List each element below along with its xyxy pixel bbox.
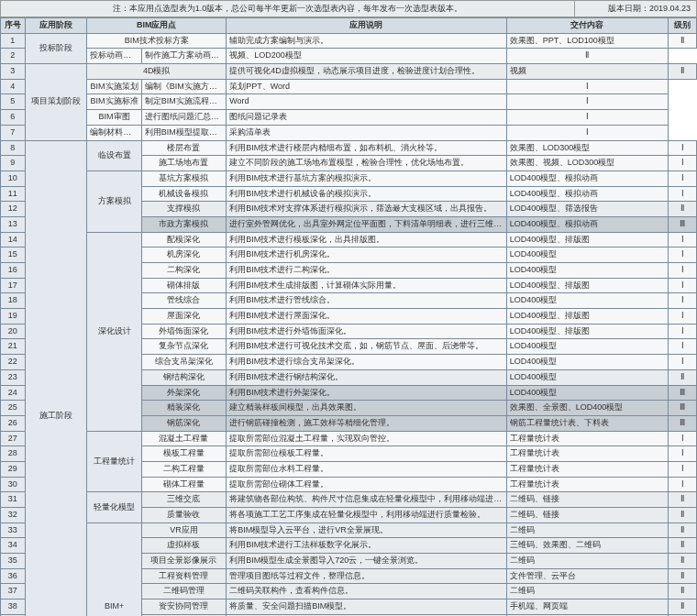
- cell-deliver: LOD400模型: [506, 385, 668, 401]
- cell-deliver: 效果图、LOD300模型: [506, 140, 668, 156]
- cell-desc: 编制《BIM实施方案》，有明确的组织机构与团队成员。: [141, 79, 226, 94]
- table-row: 7编制材料计划利用BIM模型提取材料用量，制定材料控制量与节点，编制材料采购计划…: [1, 125, 697, 140]
- cell-seq: 30: [1, 477, 26, 492]
- hdr-seq: 序号: [1, 18, 26, 34]
- table-row: 1投标阶段BIM技术投标方案辅助完成方案编制与演示。效果图、PPT、LOD100…: [1, 33, 697, 49]
- cell-seq: 32: [1, 508, 26, 523]
- cell-seq: 20: [1, 324, 26, 339]
- cell-level: Ⅰ: [669, 140, 697, 156]
- cell-desc: 利用BIM技术进行二构深化。: [227, 263, 507, 279]
- cell-point: BIM实施标准: [87, 94, 141, 110]
- cell-level: Ⅰ: [669, 248, 697, 263]
- cell-point: 外架深化: [141, 385, 226, 401]
- cell-deliver: 二维码: [506, 522, 668, 538]
- cell-level: Ⅱ: [669, 64, 697, 80]
- cell-desc: 利用BIM技术进行模板深化，出具排版图。: [227, 232, 507, 248]
- cell-point: 施工场地布置: [141, 156, 226, 171]
- cell-substage: BIM+: [87, 522, 141, 616]
- cell-level: Ⅰ: [669, 324, 697, 339]
- cell-seq: 23: [1, 369, 26, 385]
- cell-deliver: 图纸问题记录表: [227, 110, 507, 126]
- cell-desc: 将各项施工工艺工序集成在轻量化模型中，利用移动端进行质量检验。: [227, 508, 507, 523]
- cell-seq: 16: [1, 263, 26, 279]
- cell-point: 二构深化: [141, 263, 226, 279]
- cell-level: Ⅰ: [669, 293, 697, 309]
- cell-desc: 利用BIM技术进行外架深化。: [227, 385, 507, 401]
- cell-seq: 6: [1, 110, 26, 126]
- cell-point: 工程资料管理: [141, 568, 226, 584]
- cell-seq: 10: [1, 170, 26, 186]
- cell-deliver: LOD400模型、排版图: [506, 309, 668, 324]
- cell-desc: 提供可视化4D虚拟模型，动态展示项目进度，检验进度计划合理性。: [227, 64, 507, 80]
- cell-deliver: 工程量统计表: [506, 446, 668, 462]
- cell-deliver: 二维码: [506, 554, 668, 569]
- cell-seq: 15: [1, 248, 26, 263]
- cell-point: 配模深化: [141, 232, 226, 248]
- cell-desc: 利用BIM技术对支撑体系进行模拟演示，筛选最大支模区域，出具报告。: [227, 202, 507, 217]
- cell-seq: 21: [1, 339, 26, 355]
- table-row: 31轻量化模型三维交底将建筑物各部位构筑、构件尺寸信息集成在轻量化模型中，利用移…: [1, 492, 697, 508]
- note-text: 注：本应用点选型表为1.0版本，总公司每半年更新一次选型表内容，每年发布一次选型…: [1, 1, 574, 16]
- cell-point: 混凝土工程量: [141, 431, 226, 446]
- cell-deliver: LOD400模型: [506, 293, 668, 309]
- cell-point: 模板工程量: [141, 446, 226, 462]
- cell-desc: 二维码关联构件，查看构件信息。: [227, 584, 507, 600]
- cell-seq: 33: [1, 522, 26, 538]
- cell-desc: 利用BIM技术进行综合支吊架深化。: [227, 355, 507, 370]
- cell-desc: 利用BIM模型生成全景图导入720云，一键全景浏览。: [227, 554, 507, 569]
- hdr-deliver: 交付内容: [506, 18, 668, 34]
- cell-level: Ⅱ: [669, 33, 697, 49]
- cell-desc: 建立精装样板间模型，出具效果图。: [227, 401, 507, 416]
- cell-point: 二维码管理: [141, 584, 226, 600]
- cell-seq: 35: [1, 554, 26, 569]
- cell-seq: 19: [1, 309, 26, 324]
- cell-desc: 提取所需部位水料工程量。: [227, 461, 507, 477]
- cell-seq: 28: [1, 446, 26, 462]
- cell-deliver: 手机端、网页端: [506, 600, 668, 615]
- table-row: 2投标动画演示制作施工方案动画，辅助投标方案演示。视频、LOD200模型Ⅱ: [1, 49, 697, 64]
- cell-seq: 38: [1, 600, 26, 615]
- cell-level: Ⅰ: [669, 461, 697, 477]
- cell-point: 综合支吊架深化: [141, 355, 226, 370]
- cell-seq: 29: [1, 461, 26, 477]
- table-row: 3项目策划阶段4D模拟提供可视化4D虚拟模型，动态展示项目进度，检验进度计划合理…: [1, 64, 697, 80]
- cell-seq: 1: [1, 33, 26, 49]
- cell-level: Ⅰ: [506, 94, 668, 110]
- cell-seq: 24: [1, 385, 26, 401]
- cell-desc: 建立不同阶段的施工场地布置模型，检验合理性，优化场地布置。: [227, 156, 507, 171]
- cell-level: Ⅰ: [669, 339, 697, 355]
- cell-level: Ⅰ: [669, 232, 697, 248]
- cell-deliver: 三维码、效果图、二维码: [506, 538, 668, 554]
- cell-deliver: 二维码、链接: [506, 492, 668, 508]
- cell-deliver: 效果图、PPT、LOD100模型: [506, 33, 668, 49]
- cell-stage: 施工阶段: [25, 140, 87, 616]
- cell-deliver: 二维码: [506, 584, 668, 600]
- cell-deliver: LOD400模型、排版图: [506, 232, 668, 248]
- cell-deliver: LOD400模型: [506, 355, 668, 370]
- hdr-point: BIM应用点: [87, 18, 227, 34]
- cell-seq: 22: [1, 355, 26, 370]
- cell-level: Ⅰ: [506, 110, 668, 126]
- cell-seq: 3: [1, 64, 26, 80]
- cell-seq: 2: [1, 49, 26, 64]
- cell-point: 质量验收: [141, 508, 226, 523]
- cell-point: 机械设备模拟: [141, 186, 226, 202]
- cell-point: 市政方案模拟: [141, 216, 226, 232]
- cell-substage: 深化设计: [87, 232, 141, 431]
- table-row: 27工程量统计混凝土工程量提取所需部位混凝土工程量，实现双向管控。工程量统计表Ⅰ: [1, 431, 697, 446]
- cell-point: 三维交底: [141, 492, 226, 508]
- cell-desc: 提取所需部位砌体工程量。: [227, 477, 507, 492]
- cell-level: Ⅰ: [669, 170, 697, 186]
- cell-substage: 方案模拟: [87, 170, 141, 232]
- cell-level: Ⅰ: [669, 431, 697, 446]
- cell-substage: 轻量化模型: [87, 492, 141, 522]
- cell-point: 资安协同管理: [141, 600, 226, 615]
- cell-level: Ⅲ: [669, 216, 697, 232]
- cell-desc: 进行图纸问题汇总，记录成果。: [141, 110, 226, 126]
- table-row: 6BIM审图进行图纸问题汇总，记录成果。图纸问题记录表Ⅰ: [1, 110, 697, 126]
- cell-deliver: 采购清单表: [227, 125, 507, 140]
- cell-seq: 11: [1, 186, 26, 202]
- cell-level: Ⅱ: [669, 554, 697, 569]
- cell-seq: 4: [1, 79, 26, 94]
- cell-level: Ⅲ: [669, 415, 697, 431]
